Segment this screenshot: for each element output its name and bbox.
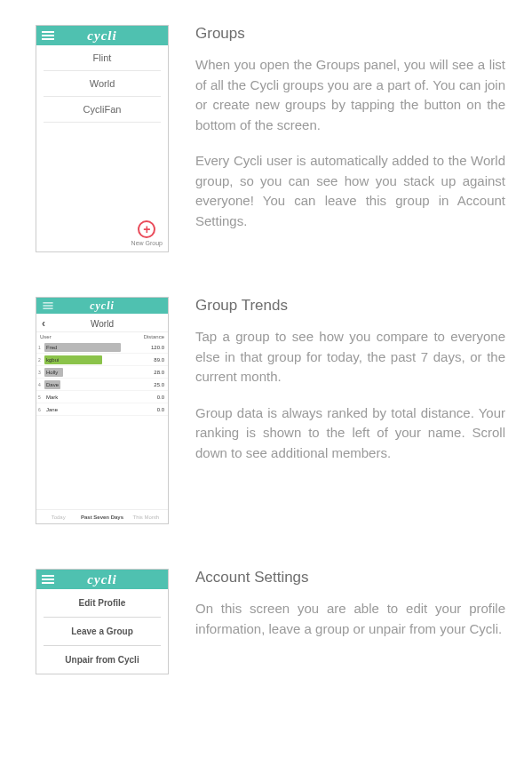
settings-item-leave-group[interactable]: Leave a Group: [44, 618, 161, 646]
timeframe-tab[interactable]: Today: [36, 510, 80, 523]
timeframe-tab[interactable]: Past Seven Days: [80, 510, 123, 523]
screenshot-groups: cycli Flint World CycliFan + New Group: [36, 25, 169, 252]
section-text: Account Settings On this screen you are …: [169, 569, 505, 655]
user-name: Jane: [44, 407, 58, 412]
section-para: On this screen you are able to edit your…: [195, 599, 505, 639]
user-name: Dave: [44, 382, 59, 387]
new-group-area: + New Group: [131, 220, 163, 246]
rank: 3: [38, 370, 44, 375]
distance-value: 120.0: [138, 345, 164, 350]
app-brand: cycli: [42, 572, 163, 587]
menu-icon[interactable]: [42, 575, 54, 584]
section-para: Tap a group to see how you compare to ev…: [195, 327, 505, 387]
col-user: User: [40, 334, 132, 339]
rank: 6: [38, 407, 44, 412]
section-trends: cycli ‹ World User Distance 1Fred120.02k…: [0, 297, 532, 524]
groups-list: Flint World CycliFan: [36, 45, 168, 123]
distance-value: 25.0: [138, 382, 164, 387]
rank: 5: [38, 395, 44, 400]
menu-icon[interactable]: [42, 31, 54, 40]
table-row: 6Jane0.0: [36, 403, 168, 416]
trend-rows: 1Fred120.02kgbui89.03Holly28.04Dave25.05…: [36, 341, 168, 416]
section-heading: Groups: [195, 25, 505, 43]
bar-cell: kgbui: [44, 355, 138, 365]
section-text: Groups When you open the Groups panel, y…: [169, 25, 505, 247]
app-brand: cycli: [42, 299, 163, 313]
col-distance: Distance: [132, 334, 164, 339]
table-row: 1Fred120.0: [36, 341, 168, 354]
rank: 4: [38, 382, 44, 387]
table-row: 3Holly28.0: [36, 366, 168, 379]
user-name: Mark: [44, 395, 58, 400]
new-group-label: New Group: [131, 240, 163, 246]
distance-value: 28.0: [138, 370, 164, 375]
section-text: Group Trends Tap a group to see how you …: [169, 297, 505, 479]
distance-value: 0.0: [138, 407, 164, 412]
timeframe-tabs: TodayPast Seven DaysThis Month: [36, 509, 168, 523]
settings-item-unpair[interactable]: Unpair from Cycli: [44, 646, 161, 674]
rank: 1: [38, 345, 44, 350]
section-para: When you open the Groups panel, you will…: [195, 55, 505, 135]
table-row: 4Dave25.0: [36, 379, 168, 391]
screenshot-trends: cycli ‹ World User Distance 1Fred120.02k…: [36, 297, 169, 524]
user-name: Holly: [44, 370, 58, 375]
section-groups: cycli Flint World CycliFan + New Group G…: [0, 25, 532, 252]
bar-cell: Mark: [44, 392, 138, 403]
plus-icon[interactable]: +: [138, 220, 155, 238]
bar-cell: Dave: [44, 379, 138, 390]
app-topbar: cycli: [36, 26, 168, 45]
table-row: 2kgbui89.0: [36, 354, 168, 366]
section-para: Every Cycli user is automatically added …: [195, 151, 505, 231]
user-name: Fred: [44, 345, 57, 350]
column-headers: User Distance: [36, 332, 168, 341]
screenshot-settings: cycli Edit Profile Leave a Group Unpair …: [36, 569, 169, 674]
timeframe-tab[interactable]: This Month: [124, 510, 168, 523]
bar-cell: Holly: [44, 367, 138, 378]
app-topbar: cycli: [36, 298, 168, 314]
distance-value: 0.0: [138, 395, 164, 400]
section-heading: Group Trends: [195, 297, 505, 315]
group-item[interactable]: Flint: [44, 45, 161, 71]
distance-value: 89.0: [138, 357, 164, 363]
section-account-settings: cycli Edit Profile Leave a Group Unpair …: [0, 569, 532, 674]
group-title: World: [42, 319, 163, 329]
settings-item-edit-profile[interactable]: Edit Profile: [44, 589, 161, 618]
bar-cell: Jane: [44, 404, 138, 415]
table-row: 5Mark0.0: [36, 391, 168, 403]
section-heading: Account Settings: [195, 569, 505, 586]
bar-cell: Fred: [44, 342, 138, 353]
group-item[interactable]: CycliFan: [44, 97, 161, 123]
app-topbar: cycli: [36, 570, 168, 589]
group-item[interactable]: World: [44, 71, 161, 97]
app-brand: cycli: [42, 28, 163, 44]
subheader: ‹ World: [36, 314, 168, 332]
menu-icon[interactable]: [43, 302, 52, 309]
section-para: Group data is always ranked by total dis…: [195, 403, 505, 464]
user-name: kgbui: [44, 357, 59, 363]
rank: 2: [38, 357, 44, 363]
